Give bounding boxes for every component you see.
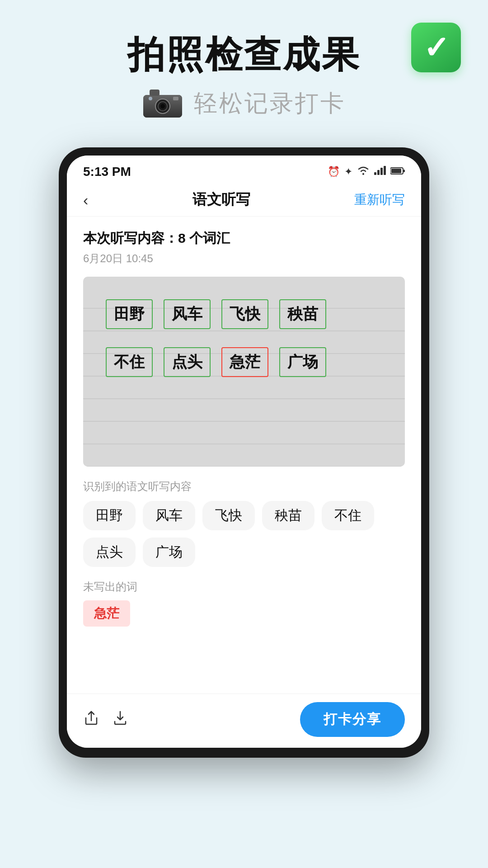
subtitle-text: 轻松记录打卡 [194,88,346,119]
subtitle-row: 轻松记录打卡 [142,87,346,120]
svg-rect-5 [150,90,160,96]
word-box-风车: 风车 [164,299,211,329]
bottom-icons [83,710,128,730]
word-row-1: 田野 风车 飞快 秧苗 [106,299,382,329]
back-button[interactable]: ‹ [83,191,88,209]
status-time: 5:13 PM [83,165,131,179]
word-box-点头: 点头 [164,347,211,377]
phone-mockup: 5:13 PM ⏰ ✦ [59,147,429,758]
headline-wrapper: 拍照检查成果 [127,36,361,73]
status-bar: 5:13 PM ⏰ ✦ [67,156,421,184]
nav-title: 语文听写 [192,190,250,210]
phone-screen: 5:13 PM ⏰ ✦ [67,156,421,748]
svg-rect-6 [173,97,178,100]
word-box-急茫: 急茫 [221,347,268,377]
signal-icon [374,166,386,178]
handwriting-words: 田野 风车 飞快 秧苗 不住 点头 急茫 广场 [92,290,396,386]
wifi-icon [357,165,370,178]
bluetooth-icon: ✦ [344,166,352,178]
missing-label: 未写出的词 [83,580,405,594]
svg-rect-12 [384,166,386,175]
content-date: 6月20日 10:45 [83,251,405,266]
chip-田野: 田野 [83,501,136,530]
nav-bar: ‹ 语文听写 重新听写 [67,184,421,217]
chip-点头: 点头 [83,538,136,567]
word-row-2: 不住 点头 急茫 广场 [106,347,382,377]
chip-不住: 不住 [322,501,374,530]
hero-section: 拍照检查成果 轻松记录打卡 [0,0,488,138]
content-area: 本次听写内容：8 个词汇 6月20日 10:45 [67,217,421,693]
camera-icon [142,87,183,120]
content-title: 本次听写内容：8 个词汇 [83,229,405,248]
word-box-不住: 不住 [106,347,153,377]
recognized-chips: 田野 风车 飞快 秧苗 不住 点头 广场 [83,501,405,567]
svg-rect-10 [377,170,380,175]
checkin-button[interactable]: 打卡分享 [300,702,405,737]
recognized-label: 识别到的语文听写内容 [83,479,405,494]
svg-point-8 [362,173,364,175]
handwriting-area: 田野 风车 飞快 秧苗 不住 点头 急茫 广场 [83,277,405,467]
svg-rect-14 [391,169,401,173]
word-box-飞快: 飞快 [221,299,268,329]
missing-word-急茫: 急茫 [83,600,130,627]
chip-风车: 风车 [143,501,195,530]
retry-button[interactable]: 重新听写 [354,191,405,208]
status-icons: ⏰ ✦ [328,165,405,178]
svg-rect-15 [404,170,405,172]
word-box-广场: 广场 [279,347,326,377]
checkmark-badge [411,23,461,72]
bottom-bar: 打卡分享 [67,693,421,748]
headline-text: 拍照检查成果 [127,36,361,73]
svg-point-4 [160,104,165,108]
chip-广场: 广场 [143,538,195,567]
svg-point-7 [149,97,152,100]
missing-words: 急茫 [83,600,405,627]
share-icon[interactable] [83,710,99,730]
battery-icon [390,166,405,178]
svg-rect-9 [374,172,376,175]
svg-rect-11 [380,168,383,175]
word-box-秧苗: 秧苗 [279,299,326,329]
alarm-icon: ⏰ [328,166,340,178]
word-box-田野: 田野 [106,299,153,329]
chip-秧苗: 秧苗 [262,501,314,530]
chip-飞快: 飞快 [202,501,255,530]
download-icon[interactable] [112,710,128,730]
